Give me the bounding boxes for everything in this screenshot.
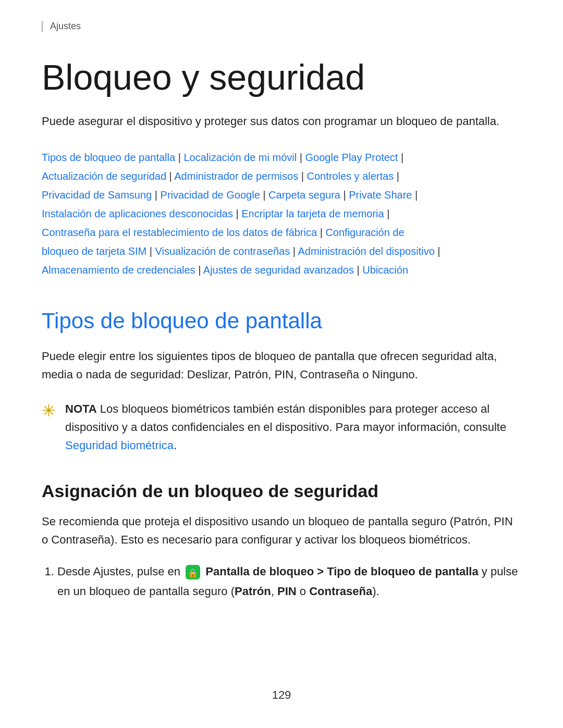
step1-comma: , <box>271 585 277 598</box>
steps-list: Desde Ajustes, pulse en Pantalla de bloq… <box>57 562 521 601</box>
lock-icon <box>186 565 200 579</box>
note-content: NOTA Los bloqueos biométricos también es… <box>65 400 521 455</box>
step1-o: o <box>297 585 309 598</box>
section2-text: Se recomienda que proteja el dispositivo… <box>42 512 521 549</box>
toc-link-privacidad-samsung[interactable]: Privacidad de Samsung <box>42 189 152 201</box>
toc-link-ajustes-avanzados[interactable]: Ajustes de seguridad avanzados <box>203 264 354 276</box>
step1-bold3: PIN <box>277 585 297 598</box>
page-number: 129 <box>0 688 563 702</box>
step1-bold2: Patrón <box>235 585 271 598</box>
page-title: Bloqueo y seguridad <box>42 58 521 97</box>
note-end: . <box>174 439 177 452</box>
intro-paragraph: Puede asegurar el dispositivo y proteger… <box>42 113 521 130</box>
note-icon: ✳ <box>42 401 56 421</box>
toc-link-configuracion-sim-2[interactable]: bloqueo de tarjeta SIM <box>42 245 146 257</box>
step1-prefix: Desde Ajustes, pulse en <box>57 565 183 578</box>
step1-end: ). <box>372 585 379 598</box>
toc-link-almacenamiento[interactable]: Almacenamiento de credenciales <box>42 264 195 276</box>
breadcrumb: Ajustes <box>42 21 521 32</box>
section1-text: Puede elegir entre los siguientes tipos … <box>42 347 521 384</box>
table-of-contents: Tipos de bloqueo de pantalla | Localizac… <box>42 148 521 279</box>
toc-link-carpeta[interactable]: Carpeta segura <box>268 189 340 201</box>
toc-link-google-play[interactable]: Google Play Protect <box>305 152 398 163</box>
note-label: NOTA <box>65 402 97 415</box>
toc-link-tipos-bloqueo[interactable]: Tipos de bloqueo de pantalla <box>42 152 175 163</box>
note-text: Los bloqueos biométricos también están d… <box>65 402 506 434</box>
note-box: ✳ NOTA Los bloqueos biométricos también … <box>42 400 521 455</box>
toc-link-contrasena-fabrica[interactable]: Contraseña para el restablecimiento de l… <box>42 227 317 238</box>
section2-title: Asignación de un bloqueo de seguridad <box>42 480 521 502</box>
toc-link-encriptar[interactable]: Encriptar la tarjeta de memoria <box>241 208 384 219</box>
note-biometric-link[interactable]: Seguridad biométrica <box>65 439 174 452</box>
toc-link-privacidad-google[interactable]: Privacidad de Google <box>161 189 260 201</box>
breadcrumb-label: Ajustes <box>50 21 81 31</box>
step-1: Desde Ajustes, pulse en Pantalla de bloq… <box>57 562 521 601</box>
toc-link-administrador[interactable]: Administrador de permisos <box>174 170 298 182</box>
step1-bold4: Contraseña <box>309 585 372 598</box>
toc-link-controles[interactable]: Controles y alertas <box>307 170 394 182</box>
toc-link-configuracion-sim[interactable]: Configuración de <box>325 227 404 238</box>
toc-link-localizacion[interactable]: Localización de mi móvil <box>183 152 297 163</box>
toc-link-ubicacion[interactable]: Ubicación <box>362 264 408 276</box>
toc-link-instalacion[interactable]: Instalación de aplicaciones desconocidas <box>42 208 233 219</box>
section1-title: Tipos de bloqueo de pantalla <box>42 308 521 334</box>
toc-link-administracion-dispositivo[interactable]: Administración del dispositivo <box>298 245 434 257</box>
toc-link-visualizacion[interactable]: Visualización de contraseñas <box>155 245 290 257</box>
step1-bold: Pantalla de bloqueo > Tipo de bloqueo de… <box>205 565 478 578</box>
toc-link-actualizacion[interactable]: Actualización de seguridad <box>42 170 166 182</box>
toc-link-private-share[interactable]: Private Share <box>349 189 412 201</box>
